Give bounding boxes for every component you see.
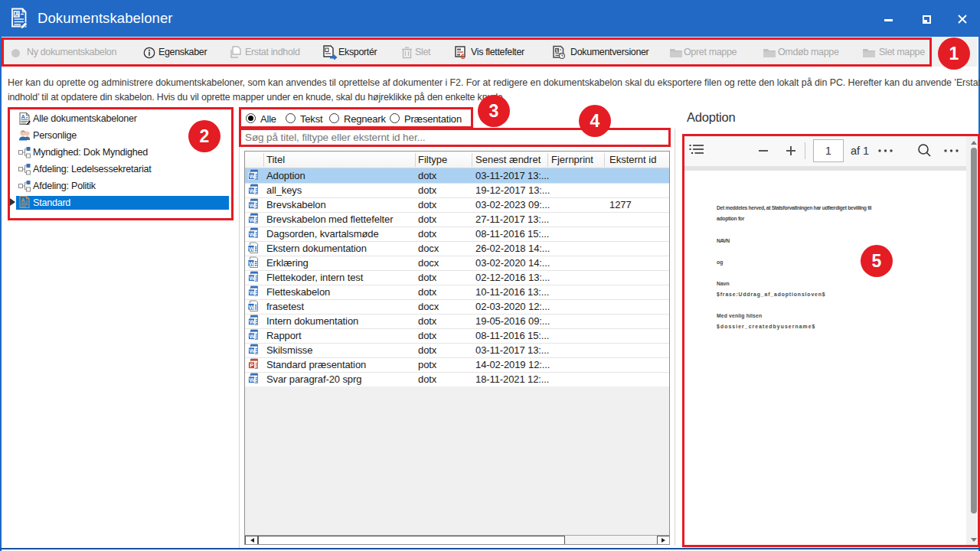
svg-text:A: A: [15, 11, 20, 18]
